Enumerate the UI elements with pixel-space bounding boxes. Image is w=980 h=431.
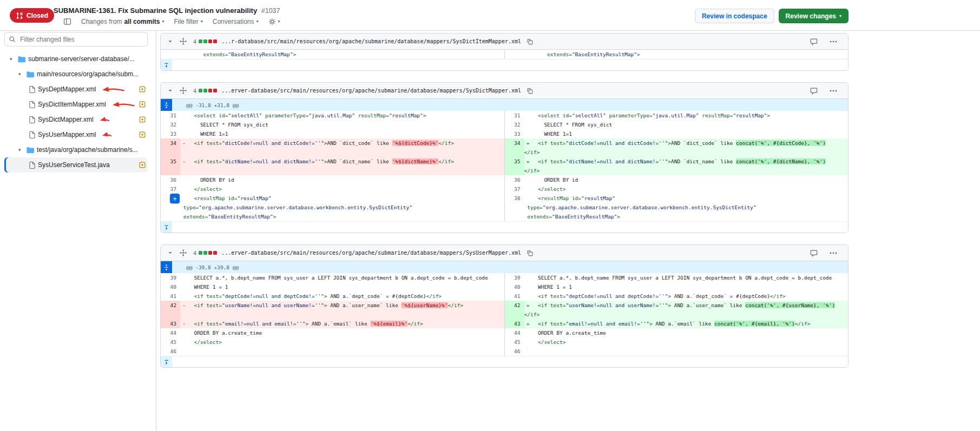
drag-handle-icon[interactable] bbox=[179, 86, 188, 95]
expand-hunk-icon[interactable] bbox=[161, 99, 172, 111]
collapse-file-chevron-icon[interactable] bbox=[166, 87, 174, 95]
filter-changed-files-input[interactable] bbox=[4, 32, 148, 47]
code-line: + <if test="dictName!=null and dictName!… bbox=[524, 157, 849, 175]
drag-handle-icon[interactable] bbox=[179, 37, 188, 46]
diff-file-sysdictmapper: 4 ...erver-database/src/main/resources/o… bbox=[160, 82, 849, 233]
line-number[interactable]: 31 bbox=[505, 111, 524, 120]
line-number[interactable]: 32 bbox=[161, 120, 180, 129]
file-filter-dropdown[interactable]: File filter ▾ bbox=[174, 18, 202, 25]
tree-item-label: SysUserMapper.xml bbox=[38, 131, 96, 138]
code-line: + <if test="userName!=null and userName!… bbox=[524, 301, 849, 319]
tree-file-sysdictitemmapper-xml[interactable]: SysDictItemMapper.xml bbox=[4, 97, 148, 112]
diff-cell: 36 ORDER BY id bbox=[161, 175, 504, 184]
copy-path-icon[interactable] bbox=[525, 249, 534, 257]
tree-file-sysdeptmapper-xml[interactable]: SysDeptMapper.xml bbox=[4, 82, 148, 97]
line-number[interactable]: 37 bbox=[505, 184, 524, 194]
diff-row: 41 <if test="deptCode!=null and deptCode… bbox=[161, 291, 848, 301]
file-header: 4 ...r-database/src/main/resources/org/a… bbox=[161, 34, 848, 50]
line-number[interactable]: 32 bbox=[505, 120, 524, 129]
collapse-file-chevron-icon[interactable] bbox=[166, 249, 174, 257]
kebab-menu-icon[interactable] bbox=[828, 251, 838, 255]
line-number[interactable]: 35 bbox=[161, 157, 180, 175]
line-number[interactable]: 45 bbox=[161, 337, 180, 347]
line-number[interactable]: 36 bbox=[161, 175, 180, 184]
line-number[interactable]: 42 bbox=[161, 301, 180, 319]
comment-icon[interactable] bbox=[809, 86, 819, 96]
line-number[interactable]: 42 bbox=[505, 301, 524, 319]
line-number[interactable]: 44 bbox=[505, 328, 524, 337]
diff-row: 35- <if test="dictName!=null and dictNam… bbox=[161, 157, 848, 175]
expand-down-icon[interactable] bbox=[161, 222, 172, 233]
file-path[interactable]: ...erver-database/src/main/resources/org… bbox=[221, 88, 521, 94]
file-path[interactable]: ...r-database/src/main/resources/org/apa… bbox=[221, 38, 521, 44]
comment-icon[interactable] bbox=[809, 37, 819, 47]
page-title: SUBMARINE-1361. Fix Submarine SQL inject… bbox=[54, 6, 257, 15]
pr-closed-icon bbox=[16, 12, 23, 19]
code-line: SELECT * FROM sys_dict bbox=[524, 120, 849, 129]
file-tree-toggle-button[interactable] bbox=[63, 18, 71, 25]
comment-icon[interactable] bbox=[809, 248, 819, 258]
chevron-down-icon[interactable]: ▾ bbox=[10, 56, 15, 62]
conversations-dropdown[interactable]: Conversations ▾ bbox=[213, 18, 259, 25]
expand-down-icon[interactable] bbox=[161, 356, 172, 367]
line-number[interactable]: 33 bbox=[161, 129, 180, 138]
chevron-down-icon[interactable]: ▾ bbox=[18, 71, 24, 77]
tree-folder-main-resources-org-apache-subm-[interactable]: ▾main/resources/org/apache/subm... bbox=[4, 67, 148, 82]
add-comment-button[interactable]: + bbox=[170, 194, 180, 203]
copy-path-icon[interactable] bbox=[525, 37, 534, 46]
chevron-down-icon[interactable]: ▾ bbox=[18, 147, 24, 152]
diff-cell: 31 <select id="selectAll" parameterType=… bbox=[504, 111, 849, 120]
line-number[interactable]: 45 bbox=[505, 337, 524, 347]
drag-handle-icon[interactable] bbox=[179, 248, 188, 257]
code-line: <resultMap id="resultMap" type="org.apac… bbox=[180, 194, 504, 221]
line-number[interactable] bbox=[505, 50, 524, 59]
line-number[interactable]: 36 bbox=[505, 175, 524, 184]
tree-item-label: test/java/org/apache/submarine/s... bbox=[37, 146, 138, 154]
tree-file-sysusermapper-xml[interactable]: SysUserMapper.xml bbox=[4, 127, 148, 142]
file-tree-sidebar: ▾submarine-server/server-database/...▾ma… bbox=[0, 31, 156, 431]
expand-down-icon[interactable] bbox=[161, 59, 172, 70]
file-path[interactable]: ...erver-database/src/main/resources/org… bbox=[221, 250, 521, 256]
diffstat: 4 bbox=[193, 38, 217, 45]
expand-hunk-icon[interactable] bbox=[161, 261, 172, 273]
tree-file-sysuserservicetest-java[interactable]: SysUserServiceTest.java bbox=[4, 157, 148, 173]
chevron-down-icon: ▾ bbox=[256, 19, 259, 24]
search-icon bbox=[9, 36, 16, 43]
line-number[interactable]: 39 bbox=[161, 273, 180, 282]
code-line: </select> bbox=[524, 184, 849, 194]
line-number[interactable]: 33 bbox=[505, 129, 524, 138]
diff-settings-gear-icon[interactable]: ▾ bbox=[268, 18, 280, 25]
kebab-menu-icon[interactable] bbox=[828, 89, 838, 93]
kebab-menu-icon[interactable] bbox=[828, 39, 838, 44]
diffstat-blocks bbox=[199, 251, 217, 255]
review-changes-button[interactable]: Review changes ▾ bbox=[779, 9, 849, 23]
collapse-file-chevron-icon[interactable] bbox=[166, 37, 174, 45]
diff-cell: 46 bbox=[504, 347, 849, 356]
line-number[interactable]: 46 bbox=[505, 347, 524, 356]
line-number[interactable]: 34 bbox=[161, 138, 180, 157]
line-number[interactable]: 37 bbox=[161, 184, 180, 194]
line-number[interactable]: 43 bbox=[161, 319, 180, 328]
line-number[interactable]: 35 bbox=[505, 157, 524, 175]
line-number[interactable]: 43 bbox=[505, 319, 524, 328]
expand-bar bbox=[161, 356, 848, 367]
changes-from-dropdown[interactable]: Changes from all commits ▾ bbox=[81, 18, 164, 25]
line-number[interactable]: 46 bbox=[161, 347, 180, 356]
line-number[interactable]: 41 bbox=[161, 291, 180, 301]
tree-file-sysdictmapper-xml[interactable]: SysDictMapper.xml bbox=[4, 112, 148, 127]
line-number[interactable]: 34 bbox=[505, 138, 524, 157]
diff-cell: 36 ORDER BY id bbox=[504, 175, 849, 184]
copy-path-icon[interactable] bbox=[525, 87, 534, 95]
diff-row: 39 SELECT a.*, b.dept_name FROM sys_user… bbox=[161, 273, 848, 282]
line-number[interactable]: 38 bbox=[505, 194, 524, 221]
line-number[interactable]: 31 bbox=[161, 111, 180, 120]
review-in-codespace-button[interactable]: Review in codespace bbox=[695, 9, 774, 23]
line-number[interactable] bbox=[161, 50, 180, 59]
tree-folder-test-java-org-apache-submarine-s-[interactable]: ▾test/java/org/apache/submarine/s... bbox=[4, 142, 148, 157]
tree-folder-submarine-server-server-database-[interactable]: ▾submarine-server/server-database/... bbox=[4, 51, 148, 67]
line-number[interactable]: 41 bbox=[505, 291, 524, 301]
line-number[interactable]: 44 bbox=[161, 328, 180, 337]
line-number[interactable]: 40 bbox=[161, 282, 180, 291]
line-number[interactable]: 40 bbox=[505, 282, 524, 291]
line-number[interactable]: 39 bbox=[505, 273, 524, 282]
